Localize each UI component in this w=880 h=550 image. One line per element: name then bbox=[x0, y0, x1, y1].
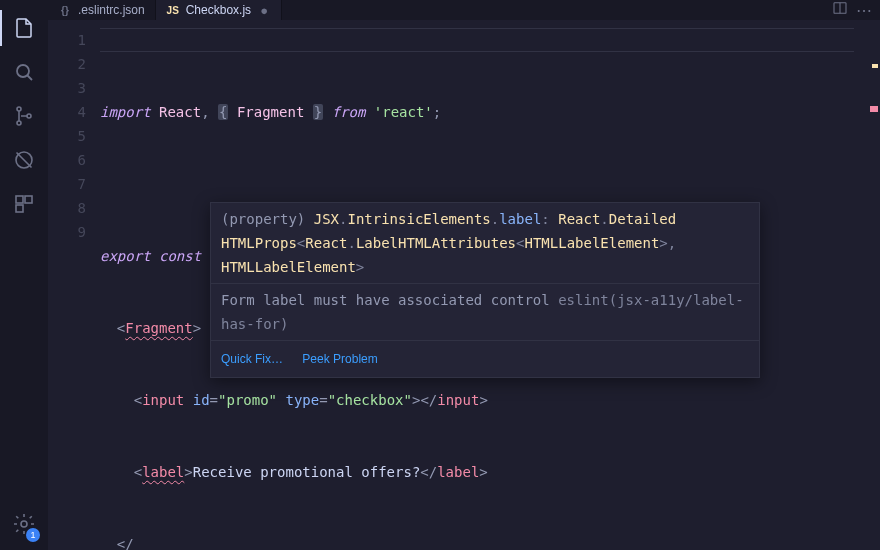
hover-tooltip: (property) JSX.IntrinsicElements.label: … bbox=[210, 202, 760, 378]
svg-point-8 bbox=[21, 521, 27, 527]
js-icon: JS bbox=[166, 3, 180, 17]
activity-settings[interactable]: 1 bbox=[0, 502, 48, 546]
overview-ruler[interactable] bbox=[866, 20, 880, 550]
svg-point-3 bbox=[27, 114, 31, 118]
activity-bar: 1 bbox=[0, 0, 48, 550]
hover-lint-message: Form label must have associated control … bbox=[211, 283, 759, 340]
quick-fix-link[interactable]: Quick Fix… bbox=[221, 352, 283, 366]
code-editor[interactable]: 123456789 import React, { Fragment } fro… bbox=[48, 20, 880, 550]
hover-actions: Quick Fix… Peek Problem bbox=[211, 340, 759, 377]
settings-badge: 1 bbox=[26, 528, 40, 542]
svg-point-2 bbox=[17, 121, 21, 125]
split-editor-icon[interactable] bbox=[832, 0, 848, 20]
overview-warning-marker[interactable] bbox=[872, 64, 878, 68]
tab-dirty-icon[interactable]: ● bbox=[257, 3, 271, 17]
activity-scm[interactable] bbox=[0, 94, 48, 138]
svg-rect-6 bbox=[25, 196, 32, 203]
svg-point-0 bbox=[17, 65, 29, 77]
peek-problem-link[interactable]: Peek Problem bbox=[302, 352, 377, 366]
activity-search[interactable] bbox=[0, 50, 48, 94]
line-gutter: 123456789 bbox=[48, 20, 100, 550]
hover-signature: (property) JSX.IntrinsicElements.label: … bbox=[211, 203, 759, 283]
current-line-highlight bbox=[100, 28, 854, 52]
svg-rect-5 bbox=[16, 196, 23, 203]
tab-bar: {} .eslintrc.json JS Checkbox.js ● ⋯ bbox=[48, 0, 880, 20]
activity-debug[interactable] bbox=[0, 138, 48, 182]
tab-checkbox-js[interactable]: JS Checkbox.js ● bbox=[156, 0, 282, 20]
svg-rect-7 bbox=[16, 205, 23, 212]
tab-label: .eslintrc.json bbox=[78, 3, 145, 17]
tab-eslintrc[interactable]: {} .eslintrc.json bbox=[48, 0, 156, 20]
json-icon: {} bbox=[58, 3, 72, 17]
activity-extensions[interactable] bbox=[0, 182, 48, 226]
tab-label: Checkbox.js bbox=[186, 3, 251, 17]
activity-explorer[interactable] bbox=[0, 6, 48, 50]
overview-error-marker[interactable] bbox=[870, 106, 878, 112]
svg-point-1 bbox=[17, 107, 21, 111]
more-actions-icon[interactable]: ⋯ bbox=[856, 1, 872, 20]
editor-area: {} .eslintrc.json JS Checkbox.js ● ⋯ 123… bbox=[48, 0, 880, 550]
